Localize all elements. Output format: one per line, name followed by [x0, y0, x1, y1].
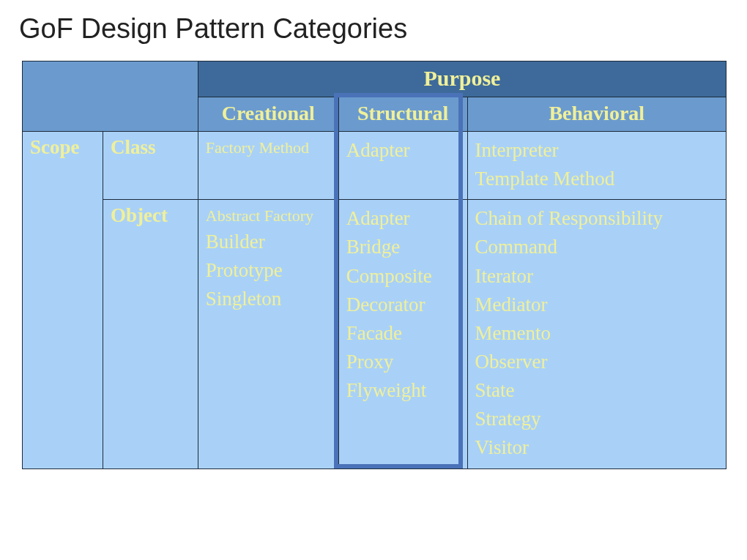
row-object: Object [103, 200, 198, 468]
col-behavioral: Behavioral [467, 97, 726, 132]
corner-cell [23, 61, 198, 132]
pattern-table: Purpose Creational Structural Behavioral… [22, 61, 726, 469]
header-purpose: Purpose [198, 61, 726, 97]
row-scope: Scope [23, 132, 103, 469]
cell-class-creational: Factory Method [198, 132, 338, 200]
cell-object-structural: AdapterBridgeCompositeDecoratorFacadePro… [338, 200, 467, 468]
col-structural: Structural [338, 97, 467, 132]
page-title: GoF Design Pattern Categories [19, 13, 729, 45]
cell-class-structural: Adapter [338, 132, 467, 200]
cell-object-creational: Abstract FactoryBuilderPrototypeSingleto… [198, 200, 338, 468]
row-class: Class [103, 132, 198, 200]
col-creational: Creational [198, 97, 338, 132]
cell-object-behavioral: Chain of ResponsibilityCommandIteratorMe… [467, 200, 726, 468]
cell-class-behavioral: InterpreterTemplate Method [467, 132, 726, 200]
